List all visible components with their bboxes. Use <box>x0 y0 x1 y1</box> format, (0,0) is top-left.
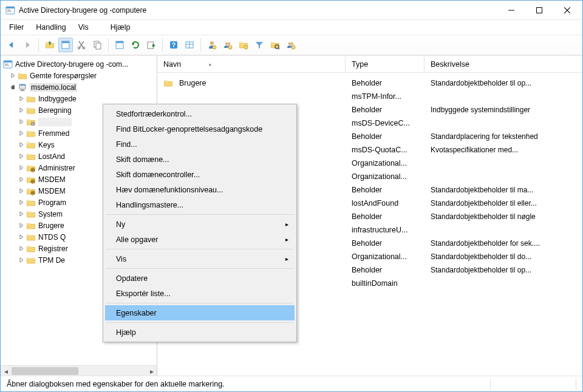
context-menu-item[interactable]: Skift domæne... <box>105 152 295 167</box>
titlebar: Active Directory-brugere og -computere <box>1 1 582 20</box>
help-button[interactable] <box>166 38 181 52</box>
scroll-left-icon[interactable]: ◂ <box>1 366 11 376</box>
new-ou-button[interactable] <box>236 38 251 52</box>
list-header: Navn▴ Type Beskrivelse <box>157 56 582 73</box>
cut-button[interactable] <box>74 38 89 52</box>
filter-button[interactable] <box>252 38 267 52</box>
refresh-button[interactable] <box>128 38 143 52</box>
tree-item[interactable]: Indbyggede <box>3 93 157 104</box>
menubar: Filer Handling Vis Hjælp <box>1 20 582 35</box>
menu-view[interactable]: Vis <box>73 22 94 33</box>
menu-file[interactable]: Filer <box>4 22 29 33</box>
export-button[interactable] <box>144 38 159 52</box>
context-menu-item[interactable]: Alle opgaver <box>105 232 295 247</box>
tree-saved-queries[interactable]: Gemte forespørgsler <box>3 70 157 81</box>
menu-action[interactable]: Handling <box>31 22 70 33</box>
context-menu-separator <box>106 268 293 269</box>
grid-button[interactable] <box>182 38 197 52</box>
context-menu-item[interactable]: Ny <box>105 217 295 232</box>
show-hide-tree-button[interactable] <box>58 38 73 52</box>
context-menu-item[interactable]: Skift domænecontroller... <box>105 167 295 182</box>
toolbar <box>1 35 582 55</box>
scroll-thumb[interactable] <box>12 367 78 375</box>
tree-root[interactable]: Active Directory-brugere og -com... <box>3 58 157 70</box>
new-user-button[interactable] <box>205 38 219 52</box>
find-button[interactable] <box>268 38 282 52</box>
app-icon <box>5 5 15 15</box>
context-menu-item[interactable]: Vis <box>105 251 295 266</box>
new-group-button[interactable] <box>220 38 235 52</box>
context-menu-separator <box>106 249 293 249</box>
context-menu-item[interactable]: Stedfortræderkontrol... <box>105 106 295 121</box>
context-menu-item[interactable]: Opdatere <box>105 271 295 286</box>
forward-button[interactable] <box>20 38 35 52</box>
context-menu-item[interactable]: Find BitLocker-genoprettelsesadgangskode <box>105 121 295 137</box>
list-row[interactable]: msTPM-Infor... <box>157 90 582 103</box>
menu-help[interactable]: Hjælp <box>106 22 135 33</box>
toolbar-separator <box>38 38 39 52</box>
window-title: Active Directory-brugere og -computere <box>19 6 497 15</box>
context-menu-separator <box>106 322 293 323</box>
close-button[interactable] <box>553 1 581 19</box>
delete-button[interactable] <box>112 38 127 52</box>
context-menu-separator <box>106 303 293 303</box>
column-name[interactable]: Navn▴ <box>157 56 346 72</box>
column-type[interactable]: Type <box>346 56 424 72</box>
back-button[interactable] <box>4 38 19 52</box>
scroll-right-icon[interactable]: ▸ <box>146 366 157 376</box>
statusbar: Åbner dialogboksen med egenskaber for de… <box>1 376 582 391</box>
up-button[interactable] <box>43 38 57 52</box>
statusbar-text: Åbner dialogboksen med egenskaber for de… <box>7 380 225 388</box>
add-to-group-button[interactable] <box>284 38 298 52</box>
maximize-button[interactable] <box>525 1 553 19</box>
context-menu-item[interactable]: Handlingsmastere... <box>105 197 295 212</box>
context-menu: Stedfortræderkontrol...Find BitLocker-ge… <box>103 104 297 342</box>
context-menu-item[interactable]: Eksportér liste... <box>105 286 295 301</box>
copy-button[interactable] <box>90 38 104 52</box>
tree-hscrollbar[interactable]: ◂ ▸ <box>1 365 157 376</box>
context-menu-item[interactable]: Hæv domænefunktionsniveau... <box>105 182 295 197</box>
context-menu-item[interactable]: Hjælp <box>105 325 295 340</box>
context-menu-item[interactable]: Egenskaber <box>105 305 295 320</box>
minimize-button[interactable] <box>497 1 525 19</box>
context-menu-item[interactable]: Find... <box>105 137 295 152</box>
context-menu-separator <box>106 214 293 215</box>
svg-rect-34 <box>537 7 542 13</box>
column-desc[interactable]: Beskrivelse <box>424 56 582 72</box>
tree-domain[interactable]: msdemo.local <box>3 81 157 93</box>
list-row[interactable]: Brugere Beholder Standardobjektbeholder … <box>157 76 582 90</box>
